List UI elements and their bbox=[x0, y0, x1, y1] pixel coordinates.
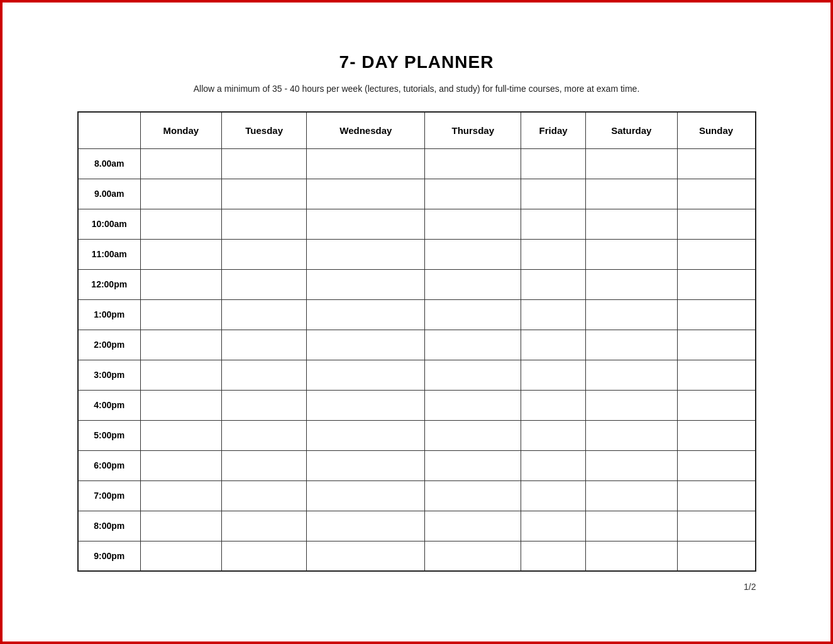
planner-cell[interactable] bbox=[307, 541, 425, 571]
planner-cell[interactable] bbox=[221, 541, 307, 571]
planner-cell[interactable] bbox=[307, 179, 425, 209]
planner-cell[interactable] bbox=[585, 148, 677, 179]
planner-cell[interactable] bbox=[677, 541, 755, 571]
planner-cell[interactable] bbox=[141, 360, 222, 390]
planner-cell[interactable] bbox=[307, 390, 425, 420]
planner-cell[interactable] bbox=[307, 148, 425, 179]
planner-cell[interactable] bbox=[585, 360, 677, 390]
planner-cell[interactable] bbox=[141, 420, 222, 450]
planner-cell[interactable] bbox=[677, 390, 755, 420]
planner-cell[interactable] bbox=[307, 480, 425, 511]
planner-cell[interactable] bbox=[141, 269, 222, 299]
planner-cell[interactable] bbox=[677, 330, 755, 360]
planner-cell[interactable] bbox=[585, 541, 677, 571]
planner-cell[interactable] bbox=[677, 209, 755, 239]
planner-cell[interactable] bbox=[585, 450, 677, 480]
planner-cell[interactable] bbox=[221, 148, 307, 179]
planner-cell[interactable] bbox=[585, 179, 677, 209]
planner-cell[interactable] bbox=[425, 330, 521, 360]
planner-cell[interactable] bbox=[425, 541, 521, 571]
planner-cell[interactable] bbox=[521, 209, 586, 239]
planner-cell[interactable] bbox=[141, 239, 222, 269]
planner-cell[interactable] bbox=[307, 269, 425, 299]
planner-cell[interactable] bbox=[677, 239, 755, 269]
planner-cell[interactable] bbox=[141, 209, 222, 239]
planner-cell[interactable] bbox=[425, 420, 521, 450]
planner-cell[interactable] bbox=[677, 511, 755, 541]
planner-cell[interactable] bbox=[425, 480, 521, 511]
planner-cell[interactable] bbox=[307, 420, 425, 450]
planner-cell[interactable] bbox=[677, 420, 755, 450]
planner-cell[interactable] bbox=[307, 299, 425, 330]
planner-cell[interactable] bbox=[585, 390, 677, 420]
planner-cell[interactable] bbox=[521, 148, 586, 179]
planner-cell[interactable] bbox=[141, 390, 222, 420]
planner-cell[interactable] bbox=[221, 480, 307, 511]
planner-cell[interactable] bbox=[585, 420, 677, 450]
planner-cell[interactable] bbox=[677, 450, 755, 480]
planner-cell[interactable] bbox=[221, 360, 307, 390]
planner-cell[interactable] bbox=[521, 511, 586, 541]
planner-cell[interactable] bbox=[425, 269, 521, 299]
planner-cell[interactable] bbox=[585, 511, 677, 541]
planner-cell[interactable] bbox=[141, 299, 222, 330]
table-row: 7:00pm bbox=[78, 480, 756, 511]
planner-cell[interactable] bbox=[141, 511, 222, 541]
planner-cell[interactable] bbox=[221, 511, 307, 541]
planner-cell[interactable] bbox=[677, 148, 755, 179]
table-row: 8.00am bbox=[78, 148, 756, 179]
planner-cell[interactable] bbox=[585, 299, 677, 330]
planner-cell[interactable] bbox=[521, 541, 586, 571]
planner-cell[interactable] bbox=[585, 330, 677, 360]
planner-cell[interactable] bbox=[221, 239, 307, 269]
planner-cell[interactable] bbox=[425, 450, 521, 480]
planner-cell[interactable] bbox=[307, 450, 425, 480]
planner-cell[interactable] bbox=[585, 480, 677, 511]
planner-cell[interactable] bbox=[307, 360, 425, 390]
planner-cell[interactable] bbox=[307, 209, 425, 239]
planner-cell[interactable] bbox=[307, 511, 425, 541]
planner-cell[interactable] bbox=[307, 239, 425, 269]
planner-cell[interactable] bbox=[677, 360, 755, 390]
planner-cell[interactable] bbox=[425, 360, 521, 390]
planner-cell[interactable] bbox=[221, 179, 307, 209]
planner-cell[interactable] bbox=[521, 390, 586, 420]
planner-cell[interactable] bbox=[221, 420, 307, 450]
planner-cell[interactable] bbox=[521, 360, 586, 390]
planner-cell[interactable] bbox=[141, 179, 222, 209]
planner-cell[interactable] bbox=[521, 179, 586, 209]
planner-cell[interactable] bbox=[521, 299, 586, 330]
planner-cell[interactable] bbox=[521, 480, 586, 511]
planner-cell[interactable] bbox=[141, 330, 222, 360]
planner-cell[interactable] bbox=[307, 330, 425, 360]
planner-cell[interactable] bbox=[677, 480, 755, 511]
planner-cell[interactable] bbox=[425, 239, 521, 269]
planner-cell[interactable] bbox=[141, 148, 222, 179]
planner-cell[interactable] bbox=[677, 269, 755, 299]
planner-cell[interactable] bbox=[425, 390, 521, 420]
planner-cell[interactable] bbox=[521, 330, 586, 360]
planner-cell[interactable] bbox=[141, 541, 222, 571]
planner-cell[interactable] bbox=[677, 179, 755, 209]
planner-cell[interactable] bbox=[521, 269, 586, 299]
planner-cell[interactable] bbox=[141, 480, 222, 511]
planner-cell[interactable] bbox=[425, 209, 521, 239]
planner-cell[interactable] bbox=[221, 390, 307, 420]
planner-cell[interactable] bbox=[221, 330, 307, 360]
planner-cell[interactable] bbox=[521, 420, 586, 450]
planner-cell[interactable] bbox=[425, 179, 521, 209]
planner-cell[interactable] bbox=[221, 299, 307, 330]
planner-cell[interactable] bbox=[677, 299, 755, 330]
planner-cell[interactable] bbox=[585, 239, 677, 269]
planner-cell[interactable] bbox=[141, 450, 222, 480]
planner-cell[interactable] bbox=[221, 450, 307, 480]
planner-cell[interactable] bbox=[521, 450, 586, 480]
planner-cell[interactable] bbox=[221, 209, 307, 239]
planner-cell[interactable] bbox=[425, 511, 521, 541]
planner-cell[interactable] bbox=[425, 148, 521, 179]
planner-cell[interactable] bbox=[521, 239, 586, 269]
planner-cell[interactable] bbox=[221, 269, 307, 299]
planner-cell[interactable] bbox=[425, 299, 521, 330]
planner-cell[interactable] bbox=[585, 209, 677, 239]
planner-cell[interactable] bbox=[585, 269, 677, 299]
